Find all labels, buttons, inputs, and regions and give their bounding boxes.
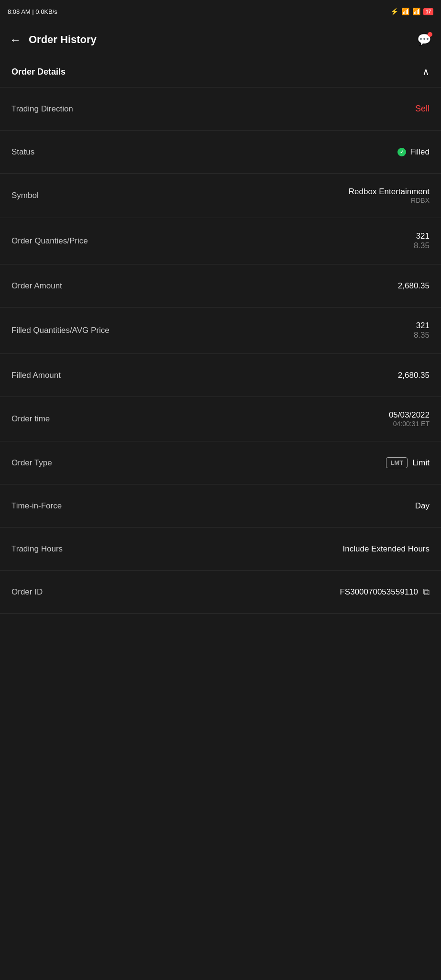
filled-amount-row: Filled Amount 2,680.35 — [0, 354, 441, 397]
page-title: Order History — [29, 33, 97, 46]
battery-icon: 17 — [423, 8, 433, 15]
order-amount-label: Order Amount — [11, 281, 62, 291]
status-bar: 8:08 AM | 0.0KB/s ⚡ 📶 📶 17 — [0, 0, 441, 23]
lmt-badge: LMT — [386, 457, 408, 468]
trading-hours-value: Include Extended Hours — [343, 544, 430, 554]
status-time: 8:08 AM | 0.0KB/s — [8, 8, 57, 15]
trading-direction-label: Trading Direction — [11, 104, 73, 114]
order-id-row: Order ID FS300070053559110 ⧉ — [0, 571, 441, 614]
status-icons: ⚡ 📶 📶 17 — [390, 8, 433, 15]
order-type-value: LMT Limit — [386, 457, 430, 468]
section-header[interactable]: Order Details ∧ — [0, 56, 441, 88]
time-in-force-row: Time-in-Force Day — [0, 484, 441, 528]
order-quantities-price-row: Order Quanties/Price 321 8.35 — [0, 218, 441, 264]
symbol-ticker: RDBX — [349, 197, 430, 204]
header-right: 💬 — [417, 33, 431, 46]
trading-direction-value: Sell — [415, 104, 430, 114]
filled-amount-value: 2,680.35 — [398, 371, 430, 380]
section-title: Order Details — [11, 67, 66, 77]
time-in-force-label: Time-in-Force — [11, 501, 62, 511]
order-type-row: Order Type LMT Limit — [0, 441, 441, 484]
symbol-row: Symbol Redbox Entertainment RDBX — [0, 174, 441, 218]
chevron-up-icon: ∧ — [422, 66, 430, 77]
time-in-force-value: Day — [415, 501, 430, 511]
status-label: Status — [11, 147, 34, 157]
filled-qty: 321 — [414, 321, 430, 330]
filled-status-dot — [397, 148, 406, 156]
filled-quantities-avg-price-value: 321 8.35 — [414, 321, 430, 340]
order-id-value: FS300070053559110 ⧉ — [340, 586, 430, 597]
filled-quantities-avg-price-label: Filled Quantities/AVG Price — [11, 326, 110, 335]
order-type-label: Order Type — [11, 458, 52, 468]
status-value: Filled — [397, 147, 430, 157]
trading-hours-label: Trading Hours — [11, 544, 63, 554]
status-row: Status Filled — [0, 131, 441, 174]
order-quantities-price-value: 321 8.35 — [414, 231, 430, 251]
back-button[interactable]: ← — [10, 33, 21, 46]
filled-amount-label: Filled Amount — [11, 371, 61, 380]
order-amount-value: 2,680.35 — [398, 281, 430, 291]
wifi-icon: 📶 — [412, 8, 420, 15]
chat-button[interactable]: 💬 — [417, 33, 431, 46]
content: Order Details ∧ Trading Direction Sell S… — [0, 56, 441, 614]
order-time-text: 04:00:31 ET — [389, 420, 430, 428]
order-time-value: 05/03/2022 04:00:31 ET — [389, 410, 430, 428]
header-left: ← Order History — [10, 33, 97, 46]
copy-icon[interactable]: ⧉ — [423, 586, 430, 597]
filled-quantities-avg-price-row: Filled Quantities/AVG Price 321 8.35 — [0, 308, 441, 354]
order-amount-row: Order Amount 2,680.35 — [0, 264, 441, 308]
order-time-label: Order time — [11, 414, 50, 424]
symbol-label: Symbol — [11, 191, 39, 200]
order-type-text: Limit — [412, 458, 430, 468]
symbol-name: Redbox Entertainment — [349, 187, 430, 197]
bluetooth-icon: ⚡ — [390, 8, 398, 15]
order-time-row: Order time 05/03/2022 04:00:31 ET — [0, 397, 441, 441]
app-header: ← Order History 💬 — [0, 23, 441, 56]
notification-dot — [428, 32, 432, 37]
order-price: 8.35 — [414, 241, 430, 251]
order-id-text: FS300070053559110 — [340, 587, 418, 597]
filled-avg-price: 8.35 — [414, 330, 430, 340]
order-date: 05/03/2022 — [389, 410, 430, 420]
trading-direction-row: Trading Direction Sell — [0, 88, 441, 131]
order-id-label: Order ID — [11, 587, 43, 597]
status-text: Filled — [410, 147, 430, 157]
trading-hours-row: Trading Hours Include Extended Hours — [0, 528, 441, 571]
symbol-value: Redbox Entertainment RDBX — [349, 187, 430, 204]
order-qty: 321 — [414, 231, 430, 241]
signal-icon: 📶 — [401, 8, 409, 15]
order-quantities-price-label: Order Quanties/Price — [11, 236, 88, 246]
